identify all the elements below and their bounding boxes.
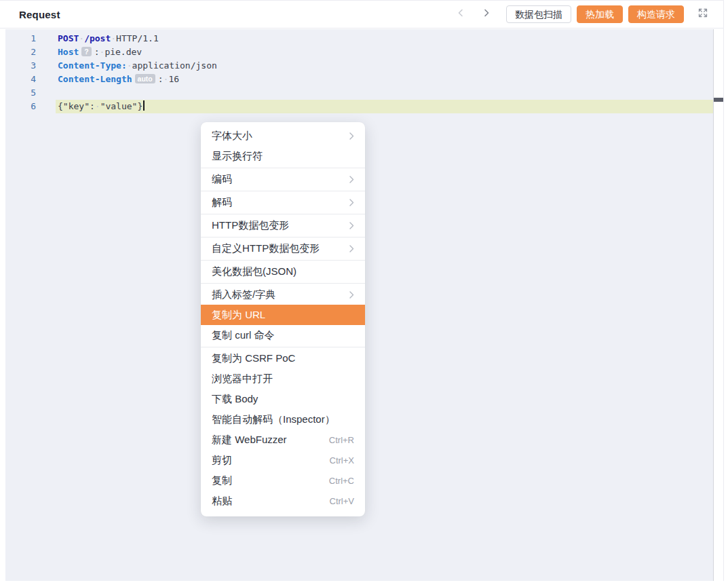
context-menu-item[interactable]: 新建 WebFuzzerCtrl+R (201, 430, 365, 450)
code-content[interactable] (56, 86, 713, 100)
line-number: 5 (5, 86, 36, 100)
line-number: 1 (5, 32, 36, 45)
code-line: 4Content-Lengthauto:·16 (5, 73, 713, 86)
code-token: Content-Type: (58, 60, 127, 71)
menu-divider (201, 260, 365, 261)
code-token: · (95, 101, 100, 111)
code-token: : (158, 74, 164, 84)
history-forward-button[interactable] (479, 7, 494, 22)
menu-item-label: 粘贴 (212, 495, 322, 508)
menu-item-label: 下载 Body (212, 393, 354, 406)
code-content[interactable]: Host?:·pie.dev (56, 45, 713, 59)
code-token: HTTP/1.1 (116, 33, 159, 43)
code-token: /post (84, 33, 111, 43)
code-token: "value"} (100, 101, 143, 111)
submenu-chevron-icon (349, 245, 354, 252)
menu-item-label: 编码 (212, 173, 341, 186)
menu-divider (201, 214, 365, 214)
line-number: 4 (5, 73, 36, 86)
submenu-chevron-icon (349, 199, 354, 206)
menu-divider (201, 283, 365, 284)
menu-item-label: 复制为 URL (212, 309, 354, 322)
code-token: Content-Length (58, 74, 132, 84)
menu-divider (201, 168, 365, 168)
menu-item-label: 新建 WebFuzzer (212, 434, 321, 447)
context-menu-item[interactable]: 复制为 CSRF PoC (201, 348, 365, 368)
context-menu-item[interactable]: 复制 curl 命令 (201, 325, 365, 345)
context-menu-item[interactable]: 解码 (201, 192, 365, 212)
construct-request-button[interactable]: 构造请求 (628, 5, 684, 23)
menu-divider (201, 191, 365, 191)
code-token: POST (58, 33, 79, 43)
submenu-chevron-icon (349, 291, 354, 299)
code-token: application/json (132, 60, 217, 71)
menu-item-shortcut: Ctrl+X (330, 455, 354, 466)
editor-context-menu: 字体大小显示换行符编码解码HTTP数据包变形自定义HTTP数据包变形美化数据包(… (201, 122, 365, 516)
editor-lines: 1POST·/post·HTTP/1.12Host?:·pie.dev3Cont… (5, 32, 713, 113)
menu-divider (201, 347, 365, 347)
context-menu-item[interactable]: HTTP数据包变形 (201, 215, 365, 235)
code-token: 16 (168, 74, 179, 84)
menu-item-label: 复制 curl 命令 (212, 329, 354, 342)
text-cursor (143, 100, 145, 111)
menu-item-shortcut: Ctrl+V (330, 496, 354, 506)
context-menu-item[interactable]: 浏览器中打开 (201, 368, 365, 389)
menu-item-label: 解码 (212, 196, 341, 209)
context-menu-item[interactable]: 剪切Ctrl+X (201, 450, 365, 470)
context-menu-item[interactable]: 显示换行符 (201, 146, 365, 166)
context-menu-item[interactable]: 插入标签/字典 (201, 284, 365, 305)
code-line: 1POST·/post·HTTP/1.1 (5, 32, 713, 45)
line-number: 6 (5, 100, 36, 113)
editor-overview-ruler[interactable] (713, 29, 723, 581)
code-content-current-line[interactable]: {"key":·"value"} (56, 100, 713, 113)
code-token: · (127, 60, 132, 71)
menu-item-label: 智能自动解码（Inspector） (212, 413, 354, 426)
context-menu-item[interactable]: 编码 (201, 169, 365, 189)
code-token: : (94, 47, 100, 57)
code-token: · (79, 33, 84, 43)
hot-reload-button[interactable]: 热加载 (577, 5, 623, 23)
menu-divider (201, 237, 365, 238)
context-menu-item[interactable]: 美化数据包(JSON) (201, 261, 365, 282)
menu-item-label: 自定义HTTP数据包变形 (212, 242, 341, 255)
code-token: · (111, 33, 116, 43)
context-menu-item[interactable]: 字体大小 (201, 126, 365, 146)
fullscreen-button[interactable] (696, 7, 710, 21)
context-menu-item[interactable]: 下载 Body (201, 389, 365, 409)
context-menu-item[interactable]: 复制为 URL (201, 305, 365, 325)
code-content[interactable]: Content-Lengthauto:·16 (56, 73, 713, 86)
panel-right-border (723, 0, 724, 581)
submenu-chevron-icon (349, 132, 354, 140)
chevron-left-icon (456, 8, 465, 20)
code-token: pie.dev (104, 47, 142, 57)
code-content[interactable]: Content-Type:·application/json (56, 59, 713, 73)
submenu-chevron-icon (349, 222, 354, 229)
menu-item-label: 复制 (212, 474, 321, 487)
code-content[interactable]: POST·/post·HTTP/1.1 (56, 32, 713, 45)
code-line: 5 (5, 86, 713, 100)
context-menu-item[interactable]: 复制Ctrl+C (201, 470, 365, 491)
history-back-button[interactable] (453, 7, 468, 22)
menu-item-label: 美化数据包(JSON) (212, 265, 354, 278)
menu-item-label: 浏览器中打开 (212, 373, 354, 385)
code-token: Host (58, 47, 79, 57)
panel-title: Request (19, 9, 60, 20)
menu-item-label: 插入标签/字典 (212, 288, 341, 301)
inline-hint-badge[interactable]: ? (81, 47, 91, 56)
cursor-position-marker (714, 98, 723, 102)
header-controls: 数据包扫描 热加载 构造请求 (453, 5, 710, 23)
code-line: 2Host?:·pie.dev (5, 45, 713, 59)
menu-item-label: 显示换行符 (212, 150, 354, 163)
context-menu-item[interactable]: 自定义HTTP数据包变形 (201, 238, 365, 259)
code-line: 3Content-Type:·application/json (5, 59, 713, 73)
menu-item-label: 剪切 (212, 454, 322, 467)
panel-header: Request 数据包扫描 热加载 构造请求 (0, 0, 723, 29)
request-editor-panel: Request 数据包扫描 热加载 构造请求 (0, 0, 728, 587)
inline-hint-badge[interactable]: auto (135, 74, 155, 83)
menu-item-shortcut: Ctrl+R (329, 435, 354, 445)
context-menu-item[interactable]: 智能自动解码（Inspector） (201, 409, 365, 430)
menu-item-label: 复制为 CSRF PoC (212, 352, 354, 365)
context-menu-item[interactable]: 粘贴Ctrl+V (201, 491, 365, 511)
menu-item-shortcut: Ctrl+C (329, 476, 354, 486)
packet-scan-button[interactable]: 数据包扫描 (506, 5, 571, 23)
